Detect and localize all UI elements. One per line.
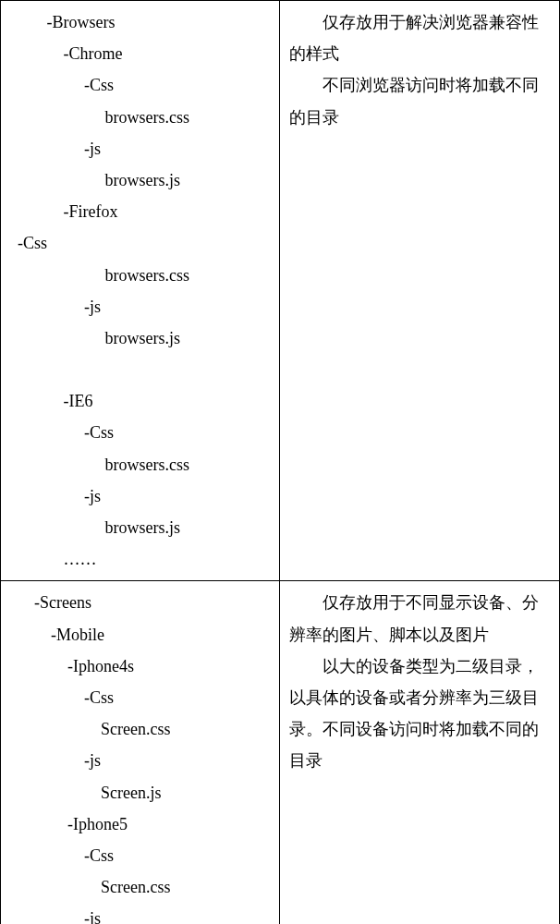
table-row: -Screens -Mobile -Iphone4s -Css Screen.c…	[0, 581, 560, 924]
desc-para: 不同浏览器访问时将加载不同的目录	[289, 69, 550, 132]
directory-structure-table: -Browsers -Chrome -Css browsers.css -js …	[0, 0, 560, 924]
desc-para: 以大的设备类型为二级目录，以具体的设备或者分辨率为三级目录。不同设备访问时将加载…	[289, 650, 550, 777]
right-cell-browsers-desc: 仅存放用于解决浏览器兼容性的样式 不同浏览器访问时将加载不同的目录	[280, 1, 559, 580]
desc-para: 仅存放用于解决浏览器兼容性的样式	[289, 6, 550, 69]
right-cell-screens-desc: 仅存放用于不同显示设备、分辨率的图片、脚本以及图片 以大的设备类型为二级目录，以…	[280, 581, 559, 924]
left-cell-screens-tree: -Screens -Mobile -Iphone4s -Css Screen.c…	[1, 581, 280, 924]
left-cell-browsers-tree: -Browsers -Chrome -Css browsers.css -js …	[1, 1, 280, 580]
desc-para: 仅存放用于不同显示设备、分辨率的图片、脚本以及图片	[289, 587, 550, 650]
table-row: -Browsers -Chrome -Css browsers.css -js …	[0, 0, 560, 581]
